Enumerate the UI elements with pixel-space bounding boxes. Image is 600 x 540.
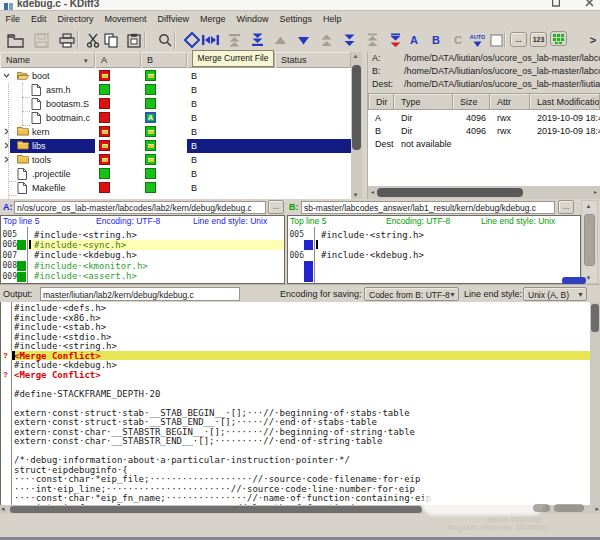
scrollbar-thumb[interactable]	[591, 304, 599, 332]
window-layout-button[interactable]	[550, 31, 567, 46]
select-line-c-button[interactable]: C	[448, 30, 468, 50]
info-column-header-size[interactable]: Size	[453, 93, 490, 110]
goto-next-conflict-icon[interactable]	[339, 30, 359, 50]
menu-settings[interactable]: Settings	[274, 11, 318, 28]
scrollbar-thumb[interactable]	[377, 188, 523, 197]
pane-b-text-area[interactable]: 005#include·<string.h>006#include·<kdebu…	[288, 227, 580, 284]
merge-output-text-area[interactable]: #include·<defs.h>#include·<x86.h>#includ…	[0, 302, 590, 505]
dir-row-projectile[interactable]: .projectileB	[0, 167, 351, 181]
maximize-button[interactable]	[552, 0, 566, 11]
show-whitespace-button[interactable]: ...	[510, 32, 527, 47]
status-a-icon-red	[99, 112, 110, 123]
menu-merge[interactable]: Merge	[194, 11, 231, 28]
dir-row-tools[interactable]: toolsB	[0, 153, 351, 167]
scroll-right-icon[interactable]: ▸	[595, 505, 599, 513]
find-icon[interactable]	[155, 30, 175, 50]
dir-column-header-status[interactable]: Status	[275, 52, 351, 68]
tree-guide-line	[8, 83, 9, 202]
dir-row-bootasm.s[interactable]: bootasm.SB	[0, 97, 351, 111]
pane-a-browse-button[interactable]: ...	[268, 200, 284, 214]
menu-file[interactable]: File	[0, 11, 26, 28]
expand-icon[interactable]	[3, 156, 11, 164]
dir-column-header-name[interactable]: Name▾	[0, 52, 95, 68]
info-column-header-dir[interactable]: Dir	[368, 93, 394, 110]
scroll-up-icon[interactable]: ▲	[351, 53, 360, 59]
scroll-down-icon[interactable]: ▼	[351, 192, 360, 198]
scrollbar-thumb[interactable]	[352, 65, 361, 150]
dir-column-header-a[interactable]: A	[95, 52, 141, 68]
menu-help[interactable]: Help	[317, 11, 347, 28]
expand-icon[interactable]	[3, 128, 11, 136]
app-icon	[4, 2, 13, 11]
info-column-header-type[interactable]: Type	[394, 93, 453, 110]
dir-row-libs[interactable]: libsB	[0, 139, 351, 153]
copy-icon[interactable]	[101, 30, 121, 50]
menu-movement[interactable]: Movement	[99, 11, 152, 28]
goto-current-delta-icon[interactable]	[182, 30, 202, 50]
goto-first-delta-icon[interactable]	[224, 30, 244, 50]
paste-icon[interactable]	[124, 30, 144, 50]
merge-line: ····const·char·*eip_file;···············…	[1, 474, 590, 484]
goto-prev-delta-icon[interactable]	[270, 30, 290, 50]
scroll-left-icon[interactable]: ◂	[1, 505, 5, 513]
dir-row-makefile[interactable]: MakefileB	[0, 181, 351, 195]
merge-operation[interactable]: B	[191, 183, 197, 193]
menu-window[interactable]: Window	[231, 11, 274, 28]
pane-b-path[interactable]: sb-master/labcodes_answer/lab1_result/ke…	[301, 201, 555, 214]
scrollbar-thumb[interactable]	[10, 506, 422, 513]
pane-b-browse-button[interactable]: ...	[558, 200, 574, 214]
info-panel-horizontal-scrollbar[interactable]: ◂ ▸	[368, 186, 600, 199]
merge-operation[interactable]: B	[191, 113, 197, 123]
open-icon[interactable]	[5, 30, 25, 50]
merge-current-file-icon[interactable]	[200, 30, 220, 50]
goto-next-delta-icon[interactable]	[293, 30, 313, 50]
menu-diffview[interactable]: Diffview	[152, 11, 194, 28]
goto-next-unsolved-conflict-icon[interactable]	[385, 30, 405, 50]
menu-directory[interactable]: Directory	[52, 11, 99, 28]
goto-prev-conflict-icon[interactable]	[316, 30, 336, 50]
info-column-header-attr[interactable]: Attr	[490, 93, 530, 110]
merge-operation[interactable]: B	[191, 155, 197, 165]
scroll-right-icon[interactable]: ▸	[591, 188, 600, 195]
merge-operation[interactable]: B	[191, 99, 197, 109]
menu-edit[interactable]: Edit	[26, 11, 53, 28]
goto-prev-unsolved-conflict-icon[interactable]	[362, 30, 382, 50]
goto-last-delta-icon[interactable]	[247, 30, 267, 50]
pane-b-horizontal-scrollbar-thumb[interactable]	[562, 277, 586, 284]
collapse-icon[interactable]	[3, 72, 11, 80]
auto-advance-icon[interactable]: AUTO	[467, 30, 487, 50]
merge-operation[interactable]: B	[191, 169, 197, 179]
encoding-select[interactable]: Codec from B: UTF-8▼	[364, 287, 459, 301]
directory-tree-vertical-scrollbar[interactable]: ▲ ▼	[351, 52, 362, 199]
toolbar-overflow-button[interactable]: >	[583, 30, 600, 50]
scroll-up-icon[interactable]: ▲	[584, 203, 593, 209]
info-column-header-last-modification[interactable]: Last Modification	[530, 93, 600, 110]
print-icon[interactable]	[57, 30, 77, 50]
expand-icon[interactable]	[3, 142, 11, 150]
merge-vertical-scrollbar[interactable]	[590, 302, 600, 505]
dir-column-header-b[interactable]: B	[141, 52, 187, 68]
merge-operation[interactable]: B	[191, 85, 197, 95]
dir-row-kern[interactable]: kernB	[0, 125, 351, 139]
select-line-a-button[interactable]: A	[404, 30, 424, 50]
show-line-numbers-button[interactable]: 123	[530, 32, 547, 47]
select-line-b-button[interactable]: B	[426, 30, 446, 50]
pane-a-text-area[interactable]: 005#include·<string.h>006#include·<sync.…	[1, 227, 284, 284]
highlight-white-space-icon[interactable]	[486, 30, 506, 50]
close-button[interactable]	[585, 0, 599, 11]
file-icon	[31, 84, 44, 95]
scrollbar-thumb[interactable]	[584, 214, 595, 266]
output-path[interactable]: master/liutian/lab2/kern/debug/kdebug.c	[40, 287, 240, 301]
dir-row-boot[interactable]: bootB	[0, 69, 351, 83]
merge-operation[interactable]: B	[191, 71, 197, 81]
dir-row-bootmain.c[interactable]: bootmain.cAB	[0, 111, 351, 125]
dir-row-asm.h[interactable]: asm.hB	[0, 83, 351, 97]
pane-b-vertical-scrollbar[interactable]: ▲ ▼	[581, 200, 598, 284]
cut-icon[interactable]	[83, 30, 103, 50]
save-icon[interactable]	[31, 30, 51, 50]
merge-operation[interactable]: B	[191, 141, 197, 151]
line-end-select[interactable]: Unix (A, B)▼	[523, 287, 587, 301]
scroll-left-icon[interactable]: ◂	[368, 188, 377, 195]
merge-operation[interactable]: B	[191, 127, 197, 137]
pane-a-path[interactable]: n/os/ucore_os_lab-master/labcodes/lab2/k…	[14, 201, 266, 214]
